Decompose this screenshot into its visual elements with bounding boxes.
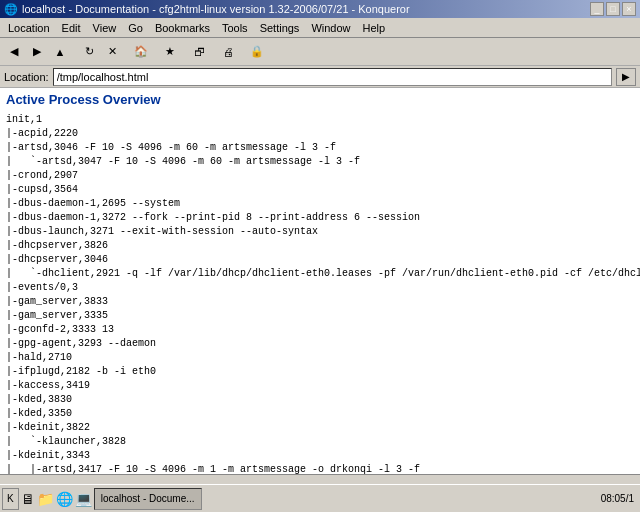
menu-tools[interactable]: Tools xyxy=(216,20,254,36)
titlebar: 🌐 localhost - Documentation - cfg2html-l… xyxy=(0,0,640,18)
stop-button[interactable]: ✕ xyxy=(101,41,123,63)
titlebar-buttons: _ □ × xyxy=(590,2,636,16)
go-button[interactable]: ▶ xyxy=(616,68,636,86)
print-button[interactable]: 🖨 xyxy=(217,41,239,63)
taskbar-icon-files[interactable]: 📁 xyxy=(37,491,54,507)
menu-bookmarks[interactable]: Bookmarks xyxy=(149,20,216,36)
locationbar: Location: ▶ xyxy=(0,66,640,88)
location-input[interactable] xyxy=(53,68,612,86)
maximize-button[interactable]: □ xyxy=(606,2,620,16)
menubar: Location Edit View Go Bookmarks Tools Se… xyxy=(0,18,640,38)
taskbar-icon-terminal[interactable]: 💻 xyxy=(75,491,92,507)
forward-button[interactable]: ▶ xyxy=(26,41,48,63)
menu-go[interactable]: Go xyxy=(122,20,149,36)
system-clock: 08:05/1 xyxy=(597,493,638,504)
menu-edit[interactable]: Edit xyxy=(56,20,87,36)
page-title: Active Process Overview xyxy=(6,92,634,107)
taskbar-icon-browser[interactable]: 🌐 xyxy=(56,491,73,507)
security-button[interactable]: 🔒 xyxy=(246,41,268,63)
app-icon: 🌐 xyxy=(4,3,18,16)
back-button[interactable]: ◀ xyxy=(3,41,25,63)
titlebar-left: 🌐 localhost - Documentation - cfg2html-l… xyxy=(4,3,410,16)
taskbar: K 🖥 📁 🌐 💻 localhost - Docume... 08:05/1 xyxy=(0,484,640,512)
menu-window[interactable]: Window xyxy=(305,20,356,36)
taskbar-window-konqueror[interactable]: localhost - Docume... xyxy=(94,488,202,510)
toolbar: ◀ ▶ ▲ ↻ ✕ 🏠 ★ 🗗 🖨 🔒 xyxy=(0,38,640,66)
start-button[interactable]: K xyxy=(2,488,19,510)
reload-button[interactable]: ↻ xyxy=(78,41,100,63)
window-title: localhost - Documentation - cfg2html-lin… xyxy=(22,3,410,15)
menu-location[interactable]: Location xyxy=(2,20,56,36)
menu-settings[interactable]: Settings xyxy=(254,20,306,36)
process-list: init,1 |-acpid,2220 |-artsd,3046 -F 10 -… xyxy=(6,113,634,474)
close-button[interactable]: × xyxy=(622,2,636,16)
content-area[interactable]: Active Process Overview init,1 |-acpid,2… xyxy=(0,88,640,474)
menu-help[interactable]: Help xyxy=(357,20,392,36)
up-button[interactable]: ▲ xyxy=(49,41,71,63)
taskbar-icon-desktop[interactable]: 🖥 xyxy=(21,491,35,507)
location-label: Location: xyxy=(4,71,49,83)
minimize-button[interactable]: _ xyxy=(590,2,604,16)
new-window-button[interactable]: 🗗 xyxy=(188,41,210,63)
bookmarks-button[interactable]: ★ xyxy=(159,41,181,63)
menu-view[interactable]: View xyxy=(87,20,123,36)
home-button[interactable]: 🏠 xyxy=(130,41,152,63)
